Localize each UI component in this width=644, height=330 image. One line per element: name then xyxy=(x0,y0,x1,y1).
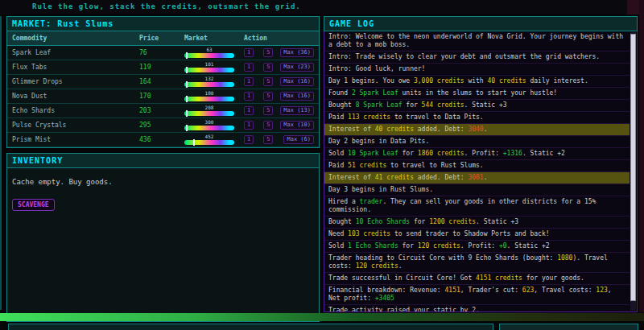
inventory-panel: INVENTORY Cache empty. Buy goods. SCAVEN… xyxy=(6,153,320,322)
market-range-cell: 300 xyxy=(180,118,239,133)
action-cell: 15Max (16) xyxy=(239,75,319,89)
market-range-label: 132 xyxy=(184,76,234,81)
buy-max-button[interactable]: Max (23) xyxy=(280,63,314,72)
market-range-label: 101 xyxy=(184,62,234,67)
market-row: Nova Dust17018015Max (16) xyxy=(7,89,319,104)
buy-max-button[interactable]: Max (6) xyxy=(283,135,314,144)
commodity-price: 203 xyxy=(134,104,180,118)
buy-1-button[interactable]: 1 xyxy=(244,121,254,130)
inventory-panel-title: INVENTORY xyxy=(7,154,319,168)
log-entry: Day 1 begins. You owe 3,000 credits with… xyxy=(324,76,630,88)
commodity-price: 119 xyxy=(134,60,180,75)
log-entry: Trade successful in Circuit Core! Got 41… xyxy=(324,273,630,285)
buy-max-button[interactable]: Max (36) xyxy=(280,48,314,57)
commodity-name: Glimmer Drops xyxy=(7,75,134,89)
log-entry: Intro: Good luck, runner! xyxy=(324,64,630,76)
buy-1-button[interactable]: 1 xyxy=(244,63,254,72)
commodity-name: Spark Leaf xyxy=(7,46,134,60)
log-entry: Sold 10 Spark Leaf for 1860 credits. Pro… xyxy=(324,148,630,160)
market-range-bar xyxy=(184,126,234,130)
buy-5-button[interactable]: 5 xyxy=(263,121,273,130)
tagline-band: Rule the glow, stack the credits, outsma… xyxy=(0,0,628,14)
tagline: Rule the glow, stack the credits, outsma… xyxy=(32,2,301,10)
market-range-gauge: 63 xyxy=(184,47,234,58)
market-range-cell: 101 xyxy=(180,60,239,75)
log-entry: Intro: Trade wisely to clear your debt a… xyxy=(324,52,630,64)
left-column: MARKET: Rust Slums Commodity Price Marke… xyxy=(6,16,320,322)
column-header-price: Price xyxy=(134,31,180,46)
buy-5-button[interactable]: 5 xyxy=(263,77,273,86)
inventory-empty-message: Cache empty. Buy goods. xyxy=(12,178,314,186)
market-range-bar xyxy=(184,140,234,145)
market-range-bar xyxy=(184,82,234,87)
commodity-price: 76 xyxy=(134,46,180,60)
log-entry-interest: Interest of 40 credits added. Debt: 3040… xyxy=(324,124,630,136)
buy-1-button[interactable]: 1 xyxy=(244,77,254,86)
market-range-cell: 63 xyxy=(180,46,239,60)
buy-1-button[interactable]: 1 xyxy=(244,48,254,57)
market-range-cell: 452 xyxy=(180,133,239,147)
action-cell: 15Max (10) xyxy=(239,118,319,133)
buy-max-button[interactable]: Max (13) xyxy=(280,106,314,115)
action-cell: 15Max (36) xyxy=(239,46,319,60)
price-marker-tick xyxy=(186,110,188,117)
market-range-bar xyxy=(184,111,234,116)
action-cell: 15Max (13) xyxy=(239,104,319,118)
log-entry: Paid 51 credits to travel to Rust Slums. xyxy=(324,160,630,172)
commodity-name: Prism Mist xyxy=(7,133,134,147)
buy-1-button[interactable]: 1 xyxy=(244,135,254,144)
action-cell: 15Max (23) xyxy=(239,60,319,75)
commodity-name: Nova Dust xyxy=(7,89,134,104)
log-entry: Financial breakdown: Revenue: 4151, Trad… xyxy=(324,285,630,305)
market-row: Prism Mist43645215Max (6) xyxy=(7,133,319,147)
action-cell: 15Max (16) xyxy=(239,89,319,104)
buy-5-button[interactable]: 5 xyxy=(263,92,273,101)
buy-5-button[interactable]: 5 xyxy=(263,48,273,57)
log-entry: Found 2 Spark Leaf units in the slums to… xyxy=(324,88,630,100)
buy-max-button[interactable]: Max (16) xyxy=(280,77,314,86)
game-log-title: GAME LOG xyxy=(324,16,638,31)
market-table-body: Spark Leaf766315Max (36)Flux Tabs1191011… xyxy=(7,46,319,147)
commodity-name: Echo Shards xyxy=(7,104,134,118)
price-marker-tick xyxy=(186,81,188,88)
scavenge-button[interactable]: SCAVENGE xyxy=(12,199,55,211)
action-cell: 15Max (6) xyxy=(239,133,319,147)
market-range-cell: 132 xyxy=(180,75,239,89)
log-entry: Bought 8 Spark Leaf for 544 credits. Sta… xyxy=(324,100,630,112)
log-entries: Intro: Welcome to the neon underworld of… xyxy=(324,31,630,312)
buy-1-button[interactable]: 1 xyxy=(244,106,254,115)
market-range-gauge: 101 xyxy=(184,62,234,72)
commodity-price: 170 xyxy=(134,89,180,104)
buy-1-button[interactable]: 1 xyxy=(244,92,254,101)
log-entry: Paid 113 credits to travel to Data Pits. xyxy=(324,112,630,124)
buy-5-button[interactable]: 5 xyxy=(263,106,273,115)
commodity-price: 164 xyxy=(134,75,180,89)
log-scrollbar[interactable] xyxy=(630,32,636,311)
price-marker-tick xyxy=(186,96,188,102)
buy-max-button[interactable]: Max (10) xyxy=(280,121,314,130)
commodity-name: Pulse Crystals xyxy=(7,118,134,133)
game-log-content: Intro: Welcome to the neon underworld of… xyxy=(324,31,638,312)
log-entry: Bought 10 Echo Shards for 1200 credits. … xyxy=(324,217,630,229)
buy-5-button[interactable]: 5 xyxy=(263,135,273,144)
log-entry: Hired a trader. They can sell your goods… xyxy=(324,196,630,217)
market-panel-title: MARKET: Rust Slums xyxy=(7,17,319,31)
buy-5-button[interactable]: 5 xyxy=(263,63,273,72)
bottom-left-panel-edge xyxy=(8,324,493,330)
market-range-bar xyxy=(184,68,234,72)
log-entry: Intro: Welcome to the neon underworld of… xyxy=(324,31,630,52)
log-entry: Sold 1 Echo Shards for 120 credits. Prof… xyxy=(324,241,630,253)
market-row: Echo Shards20320815Max (13) xyxy=(7,104,319,118)
market-range-gauge: 300 xyxy=(184,120,234,130)
market-range-label: 452 xyxy=(184,134,234,139)
commodity-price: 295 xyxy=(134,118,180,133)
market-range-label: 63 xyxy=(184,47,234,52)
market-row: Spark Leaf766315Max (36) xyxy=(7,46,319,60)
buy-max-button[interactable]: Max (16) xyxy=(280,92,314,101)
column-header-commodity: Commodity xyxy=(7,31,134,46)
market-panel: MARKET: Rust Slums Commodity Price Marke… xyxy=(6,16,320,148)
market-row: Pulse Crystals29530015Max (10) xyxy=(7,118,319,133)
price-marker-tick xyxy=(186,67,188,73)
market-range-label: 300 xyxy=(184,120,234,125)
log-scrollbar-thumb[interactable] xyxy=(630,34,636,301)
